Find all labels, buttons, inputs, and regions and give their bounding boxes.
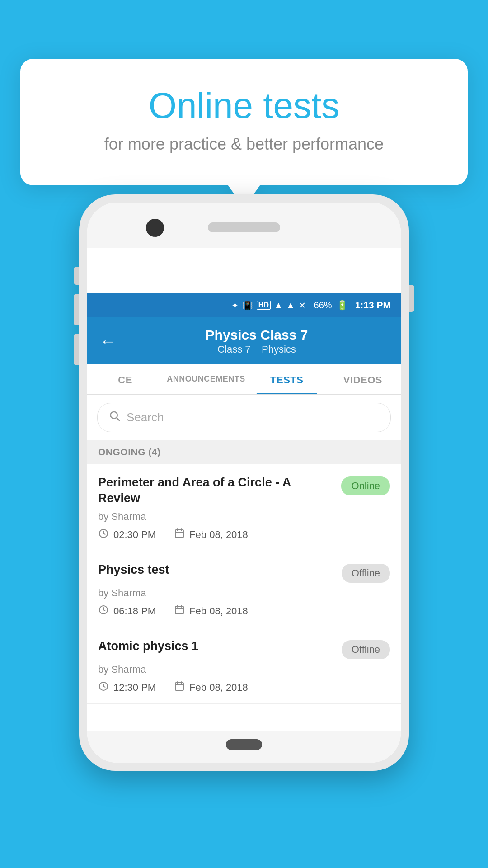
home-button[interactable] (226, 739, 262, 750)
svg-line-1 (117, 418, 119, 420)
status-bar: ✦ 📳 HD ▲ ▲ ✕ 66% (87, 293, 401, 317)
test-date-value-3: Feb 08, 2018 (189, 682, 248, 693)
tooltip-subtitle: for more practice & better performance (47, 135, 441, 154)
section-header-ongoing: ONGOING (4) (87, 440, 401, 464)
clock-icon-3 (98, 681, 109, 694)
test-date-value-1: Feb 08, 2018 (189, 529, 248, 541)
search-bar[interactable]: Search (97, 403, 391, 432)
bluetooth-icon: ✦ (231, 300, 239, 311)
test-item-3[interactable]: Atomic physics 1 Offline by Sharma (87, 627, 401, 704)
tab-ce[interactable]: CE (87, 364, 163, 394)
app-bar-titles: Physics Class 7 Class 7 Physics (125, 327, 388, 355)
svg-rect-13 (175, 683, 183, 690)
test-by-1: by Sharma (98, 511, 390, 523)
test-list: Perimeter and Area of a Circle - A Revie… (87, 464, 401, 704)
test-meta-2: 06:18 PM (98, 604, 390, 618)
calendar-icon-2 (174, 604, 185, 618)
battery-icon: 🔋 (337, 300, 348, 311)
tab-tests[interactable]: TESTS (249, 364, 325, 394)
app-bar: ← Physics Class 7 Class 7 Physics (87, 317, 401, 364)
volume-up-button (74, 294, 79, 326)
tooltip-card: Online tests for more practice & better … (20, 59, 468, 185)
signal-icon: ▲ (286, 300, 295, 310)
test-time-value-2: 06:18 PM (113, 605, 156, 617)
tab-announcements[interactable]: ANNOUNCEMENTS (163, 364, 249, 394)
status-badge-3: Offline (342, 640, 390, 659)
speaker (208, 222, 280, 232)
clock-icon (98, 528, 109, 542)
mute-button (74, 267, 79, 285)
camera (146, 219, 164, 237)
search-container: Search (87, 395, 401, 440)
tabs-bar: CE ANNOUNCEMENTS TESTS VIDEOS (87, 364, 401, 395)
status-icons: ✦ 📳 HD ▲ ▲ ✕ (231, 300, 306, 311)
test-title-2: Physics test (98, 562, 334, 578)
search-placeholder: Search (127, 410, 164, 425)
test-title-1: Perimeter and Area of a Circle - A Revie… (98, 475, 334, 506)
screen: ✦ 📳 HD ▲ ▲ ✕ 66% (87, 293, 401, 704)
back-button[interactable]: ← (100, 333, 116, 349)
hd-icon: HD (257, 301, 271, 310)
app-bar-subtitle-class: Class 7 (217, 344, 250, 355)
battery-percent: 66% (314, 300, 332, 311)
clock-icon-2 (98, 604, 109, 618)
app-bar-title: Physics Class 7 (125, 327, 388, 343)
test-date-1: Feb 08, 2018 (174, 528, 248, 542)
test-title-3: Atomic physics 1 (98, 638, 334, 654)
status-badge-2: Offline (342, 564, 390, 583)
test-date-2: Feb 08, 2018 (174, 604, 248, 618)
search-icon (108, 410, 121, 425)
volume-down-button (74, 334, 79, 365)
test-time-1: 02:30 PM (98, 528, 156, 542)
test-item-2[interactable]: Physics test Offline by Sharma (87, 551, 401, 627)
status-badge-1: Online (341, 476, 390, 495)
test-meta-1: 02:30 PM (98, 528, 390, 542)
test-meta-3: 12:30 PM (98, 681, 390, 694)
test-time-value-3: 12:30 PM (113, 682, 156, 693)
app-bar-subtitle-subject: Physics (262, 344, 296, 355)
vibrate-icon: 📳 (242, 300, 253, 311)
test-by-2: by Sharma (98, 587, 390, 599)
test-date-value-2: Feb 08, 2018 (189, 605, 248, 617)
x-signal-icon: ✕ (299, 300, 306, 311)
wifi-icon: ▲ (274, 300, 283, 310)
test-time-3: 12:30 PM (98, 681, 156, 694)
app-bar-subtitle: Class 7 Physics (125, 344, 388, 355)
svg-rect-3 (175, 530, 183, 538)
phone-mockup: ✦ 📳 HD ▲ ▲ ✕ 66% (79, 194, 409, 771)
test-time-value-1: 02:30 PM (113, 529, 156, 541)
tab-videos[interactable]: VIDEOS (325, 364, 401, 394)
tooltip-title: Online tests (47, 86, 441, 126)
svg-rect-8 (175, 606, 183, 614)
calendar-icon (174, 528, 185, 542)
test-time-2: 06:18 PM (98, 604, 156, 618)
test-date-3: Feb 08, 2018 (174, 681, 248, 694)
test-item-1[interactable]: Perimeter and Area of a Circle - A Revie… (87, 464, 401, 551)
status-time: 1:13 PM (355, 300, 391, 311)
calendar-icon-3 (174, 681, 185, 694)
power-button (409, 285, 414, 312)
test-by-3: by Sharma (98, 664, 390, 675)
